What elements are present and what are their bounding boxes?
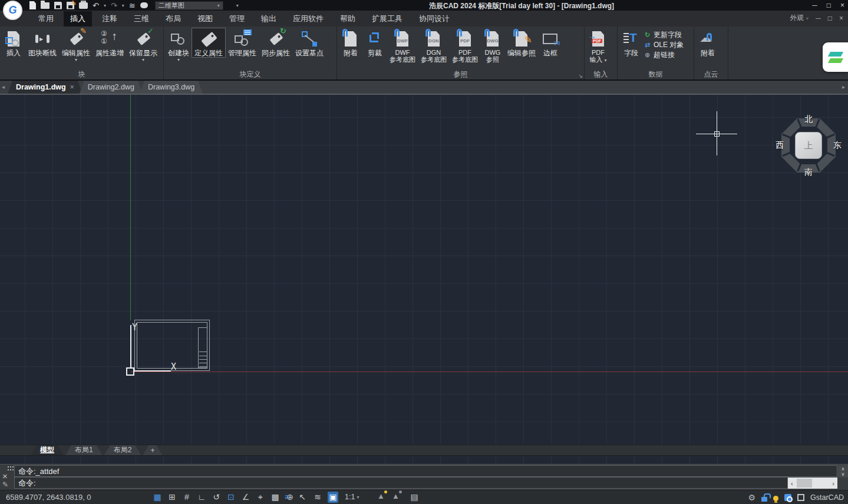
manage-attributes-button[interactable]: 管理属性: [226, 28, 259, 57]
object-snap-tracking-toggle[interactable]: ⌖: [255, 492, 266, 503]
grid-display-toggle[interactable]: ▦: [152, 492, 163, 503]
pdf-underlay-button[interactable]: PDF PDF 参考底图: [450, 28, 480, 63]
tab-sanwei[interactable]: 三维: [127, 11, 156, 26]
dialog-launcher-icon[interactable]: ↘: [578, 73, 583, 79]
close-button[interactable]: ×: [840, 1, 844, 9]
block-break-button[interactable]: ▶ 图块断线: [26, 28, 59, 57]
attach-reference-button[interactable]: 附着: [339, 28, 362, 57]
tab-guanli[interactable]: 管理: [223, 11, 251, 26]
open-file-icon[interactable]: [41, 1, 50, 10]
tab-bangzhu[interactable]: 帮助: [334, 11, 362, 26]
compass-south-label[interactable]: 南: [804, 167, 813, 178]
clip-reference-button[interactable]: 剪裁: [363, 28, 387, 57]
comment-icon[interactable]: [140, 1, 148, 10]
layers-icon[interactable]: ≋: [129, 1, 136, 10]
dwg-xref-button[interactable]: DWG DWG 参照: [481, 28, 504, 63]
polar-tracking-toggle[interactable]: ↺: [211, 492, 222, 503]
doc-tab-drawing3[interactable]: Drawing3.dwg: [140, 81, 203, 94]
undo-icon[interactable]: ↶: [93, 1, 99, 10]
tab-shitu[interactable]: 视图: [191, 11, 219, 26]
annotation-scale-select[interactable]: 1:1 ▾: [345, 493, 359, 501]
pointcloud-attach-button[interactable]: ☁ 附着: [696, 28, 720, 57]
sync-attributes-button[interactable]: ↻ 同步属性: [259, 28, 292, 57]
scrollbar-thumb[interactable]: [797, 479, 812, 488]
retain-display-button[interactable]: ✓ 保留显示 ▾: [127, 28, 160, 62]
save-as-icon[interactable]: ✎: [67, 1, 74, 10]
minimize-button[interactable]: ─: [812, 1, 817, 9]
edit-reference-button[interactable]: ✎ 编辑参照: [505, 28, 538, 57]
tab-yingyongruanjian[interactable]: 应用软件: [286, 11, 330, 26]
assistant-widget[interactable]: [823, 42, 848, 72]
workspace-select[interactable]: 二维草图 ▾: [155, 1, 223, 10]
layout-tab-model[interactable]: 模型: [31, 445, 64, 455]
command-input-line[interactable]: 命令:: [14, 477, 788, 489]
pencil-icon[interactable]: ✎: [2, 480, 8, 489]
undo-dropdown-icon[interactable]: ▾: [104, 1, 106, 10]
save-icon[interactable]: [54, 1, 62, 10]
compass-west-label[interactable]: 西: [776, 140, 784, 151]
update-field-button[interactable]: ↻ 更新字段: [644, 30, 684, 40]
view-compass[interactable]: 上 北 南 西 东: [781, 118, 836, 173]
tab-scroll-left-icon[interactable]: ◂: [2, 84, 5, 90]
hyperlink-button[interactable]: ⊕ 超链接: [644, 50, 684, 60]
angle-snap-toggle[interactable]: ∠: [240, 492, 251, 503]
compass-north-label[interactable]: 北: [804, 114, 813, 125]
add-layout-button[interactable]: +: [143, 445, 162, 455]
mdi-minimize-button[interactable]: ─: [816, 14, 821, 22]
app-menu-button[interactable]: G: [3, 1, 22, 20]
close-icon[interactable]: ×: [2, 471, 8, 481]
redo-icon[interactable]: ↷: [111, 1, 117, 10]
define-attribute-button[interactable]: 定义属性: [192, 28, 225, 57]
tab-xietongsheji[interactable]: 协同设计: [413, 11, 456, 26]
layout-tab-layout2[interactable]: 布局2: [104, 445, 141, 455]
quick-properties-toggle[interactable]: ▤: [409, 492, 420, 503]
fullscreen-icon[interactable]: [797, 494, 804, 501]
compass-top-face[interactable]: 上: [795, 132, 822, 159]
dgn-underlay-button[interactable]: DGN DGN 参考底图: [418, 28, 449, 63]
frame-button[interactable]: (x) 边框: [539, 28, 562, 57]
tab-kuozhangongju[interactable]: 扩展工具: [365, 11, 409, 26]
insert-block-button[interactable]: 插入: [2, 28, 25, 57]
ole-object-button[interactable]: ⇄ OLE 对象: [644, 40, 684, 50]
command-vertical-scrollbar[interactable]: ∧ ∨: [838, 465, 848, 478]
mdi-close-button[interactable]: ×: [839, 14, 843, 22]
compass-east-label[interactable]: 东: [833, 140, 842, 151]
unlock-icon[interactable]: [761, 497, 767, 502]
field-button[interactable]: T 字段: [619, 28, 643, 57]
close-icon[interactable]: ×: [70, 83, 74, 91]
mdi-restore-button[interactable]: □: [828, 14, 832, 22]
drawing-canvas[interactable]: Y X 上 北 南 西 东 模型 布局1 布局2 +: [0, 95, 848, 464]
tab-charu[interactable]: 插入: [64, 11, 92, 26]
lineweight-display-toggle[interactable]: ≡: [282, 492, 292, 503]
qat-customize-icon[interactable]: ▾: [236, 1, 239, 10]
layer-isolate-toggle[interactable]: ≋: [312, 492, 323, 503]
print-icon[interactable]: [79, 1, 88, 10]
attribute-increment-button[interactable]: ②①↑ 属性递增: [93, 28, 126, 57]
tab-changyong[interactable]: 常用: [32, 11, 60, 26]
appearance-menu[interactable]: 外观 ˅: [790, 13, 809, 23]
set-base-point-button[interactable]: 设置基点: [293, 28, 326, 57]
selection-cycling-toggle[interactable]: ↖: [297, 492, 308, 503]
redo-dropdown-icon[interactable]: ▾: [122, 1, 124, 10]
snap-mode-toggle[interactable]: ⊞: [167, 492, 177, 503]
annotation-autoscale-toggle[interactable]: ▲: [392, 492, 400, 500]
edit-attribute-button[interactable]: ✎ 编辑属性 ▾: [60, 28, 93, 62]
gear-icon[interactable]: ⚙: [748, 493, 755, 502]
tab-buju[interactable]: 布局: [159, 11, 187, 26]
doc-tab-drawing2[interactable]: Drawing2.dwg: [80, 81, 143, 94]
new-file-icon[interactable]: [29, 1, 36, 10]
command-history-line[interactable]: 命令:_attdef: [14, 465, 837, 477]
annotation-visibility-toggle[interactable]: ▲: [377, 492, 385, 500]
object-snap-toggle[interactable]: ⊡: [226, 492, 236, 503]
dwf-underlay-button[interactable]: DWF DWF 参考底图: [387, 28, 418, 63]
doc-tab-drawing1[interactable]: Drawing1.dwg ×: [8, 81, 83, 94]
command-horizontal-scrollbar[interactable]: ‹ ›: [788, 478, 837, 489]
tab-shuchu[interactable]: 输出: [255, 11, 283, 26]
restore-button[interactable]: □: [827, 1, 831, 9]
snap-settings-toggle[interactable]: #: [182, 492, 192, 503]
ortho-mode-toggle[interactable]: ∟: [196, 492, 207, 503]
annotation-monitor-toggle[interactable]: ▣: [328, 492, 338, 503]
hardware-acceleration-icon[interactable]: [784, 494, 791, 501]
pdf-import-button[interactable]: →PDF PDF 输入 ▾: [586, 28, 610, 63]
tab-scroll-right-icon[interactable]: ▸: [842, 84, 845, 90]
